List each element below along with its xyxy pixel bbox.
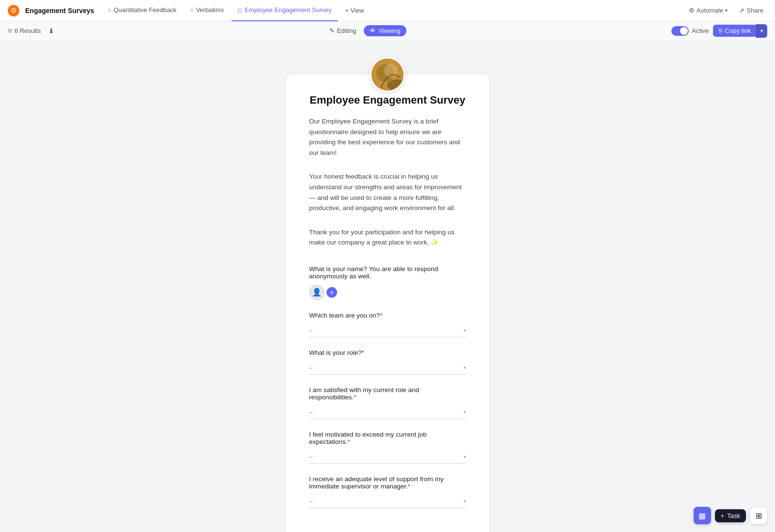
question-3: What is your role?* – ▾: [309, 349, 466, 375]
plus-icon: +: [330, 289, 334, 296]
role-dropdown-value: –: [309, 364, 313, 371]
question-5: I feel motivated to exceed my current jo…: [309, 431, 466, 464]
results-icon: ⊞: [8, 28, 12, 34]
automate-chevron-icon: ▾: [725, 8, 728, 13]
question-6: I receive an adequate level of support f…: [309, 475, 466, 508]
bottom-actions: ▦ + Task ⊞: [694, 507, 767, 524]
table-icon: ▦: [698, 511, 706, 520]
team-dropdown-value: –: [309, 327, 313, 334]
add-person-button[interactable]: +: [326, 287, 337, 298]
automate-icon: ⚙: [689, 7, 695, 14]
question-5-label: I feel motivated to exceed my current jo…: [309, 431, 466, 445]
results-count: 6 Results: [15, 27, 41, 34]
subtoolbar: ⊞ 6 Results ⬇ ✎ Editing 👁 Viewing Active…: [0, 21, 775, 41]
app-title: Engagement Surveys: [25, 7, 94, 15]
tab-icon: ≡: [190, 7, 193, 14]
person-avatar: 👤: [309, 285, 325, 300]
chevron-down-icon: ▾: [464, 454, 466, 459]
survey-description-2: Your honest feedback is crucial in helpi…: [309, 171, 466, 213]
plus-icon: +: [721, 512, 725, 519]
active-toggle: Active: [671, 26, 709, 36]
tab-label: Employee Engagement Survey: [245, 6, 331, 14]
active-label: Active: [692, 27, 709, 34]
required-marker: *: [362, 349, 364, 356]
survey-card: Employee Engagement Survey Our Employee …: [286, 75, 489, 532]
add-view-button[interactable]: + View: [340, 0, 370, 21]
app-logo: O: [8, 5, 19, 16]
copy-link-label: Copy link: [725, 27, 751, 34]
survey-avatar: [370, 57, 405, 92]
tab-icon: ◻: [237, 7, 242, 14]
separator-2: [309, 219, 466, 227]
main-content: Employee Engagement Survey Our Employee …: [0, 41, 775, 532]
people-picker[interactable]: 👤 +: [309, 285, 466, 300]
editing-label: Editing: [337, 27, 356, 34]
active-toggle-switch[interactable]: [671, 26, 689, 36]
chevron-down-icon: ▾: [464, 410, 466, 415]
required-marker: *: [354, 394, 356, 401]
spacer: [309, 254, 466, 265]
question-4-label: I am satisfied with my current role and …: [309, 386, 466, 401]
question-4: I am satisfied with my current role and …: [309, 386, 466, 419]
question-6-label: I receive an adequate level of support f…: [309, 475, 466, 490]
question-3-label: What is your role?*: [309, 349, 466, 356]
automate-button[interactable]: ⚙ Automate ▾: [685, 5, 732, 16]
question-2-label: Which team are you on?*: [309, 312, 466, 319]
tab-quantitative-feedback[interactable]: ≡ Quantitative Feedback: [102, 0, 182, 21]
survey-description-3: Thank you for your participation and for…: [309, 227, 466, 248]
satisfaction-dropdown[interactable]: – ▾: [309, 406, 466, 419]
share-label: Share: [746, 7, 763, 14]
task-button[interactable]: + Task: [715, 509, 746, 522]
role-dropdown[interactable]: – ▾: [309, 361, 466, 375]
survey-description-1: Our Employee Engagement Survey is a brie…: [309, 116, 466, 158]
tab-label: Quantitative Feedback: [113, 6, 176, 14]
avatar-image: [372, 59, 403, 91]
required-marker: *: [380, 312, 382, 319]
viewing-mode-button[interactable]: 👁 Viewing: [364, 25, 406, 36]
team-dropdown[interactable]: – ▾: [309, 324, 466, 337]
satisfaction-dropdown-value: –: [309, 409, 313, 416]
mode-toggle: ✎ Editing 👁 Viewing: [62, 25, 667, 36]
chevron-down-icon: ▾: [464, 499, 466, 504]
support-dropdown-value: –: [309, 498, 313, 505]
required-marker: *: [348, 438, 350, 445]
chevron-down-icon: ▾: [464, 365, 466, 370]
subtoolbar-right-actions: Active ⎘ Copy link ▾: [671, 24, 767, 38]
copy-link-button[interactable]: ⎘ Copy link: [713, 25, 757, 37]
separator-1: [309, 164, 466, 171]
grid-view-button[interactable]: ⊞: [750, 507, 767, 524]
task-label: Task: [727, 512, 740, 519]
top-navigation: O Engagement Surveys ≡ Quantitative Feed…: [0, 0, 775, 21]
download-icon: ⬇: [48, 27, 54, 35]
tab-employee-engagement-survey[interactable]: ◻ Employee Engagement Survey: [232, 0, 337, 21]
pencil-icon: ✎: [329, 27, 335, 34]
motivation-dropdown[interactable]: – ▾: [309, 450, 466, 464]
survey-title: Employee Engagement Survey: [309, 94, 466, 106]
chevron-down-icon: ▾: [464, 328, 466, 333]
tab-icon: ≡: [108, 7, 111, 14]
person-icon: 👤: [312, 288, 322, 297]
table-view-button[interactable]: ▦: [694, 507, 711, 524]
share-button[interactable]: ⇗ Share: [735, 5, 767, 16]
copy-link-chevron-button[interactable]: ▾: [756, 24, 767, 38]
support-dropdown[interactable]: – ▾: [309, 495, 466, 508]
share-icon: ⇗: [739, 7, 744, 14]
link-icon: ⎘: [719, 27, 723, 34]
download-button[interactable]: ⬇: [45, 24, 58, 38]
topnav-right-actions: ⚙ Automate ▾ ⇗ Share: [685, 5, 767, 16]
editing-mode-button[interactable]: ✎ Editing: [324, 25, 362, 36]
tab-label: Verbatims: [196, 6, 224, 14]
tab-verbatims[interactable]: ≡ Verbatims: [184, 0, 230, 21]
question-1: What is your name? You are able to respo…: [309, 265, 466, 300]
automate-label: Automate: [697, 7, 724, 14]
required-marker: *: [408, 483, 410, 490]
add-view-label: + View: [345, 7, 364, 14]
question-1-label: What is your name? You are able to respo…: [309, 265, 466, 280]
chevron-down-icon: ▾: [760, 28, 763, 33]
results-badge[interactable]: ⊞ 6 Results: [8, 27, 41, 34]
viewing-label: Viewing: [378, 27, 400, 34]
eye-icon: 👁: [370, 27, 376, 34]
motivation-dropdown-value: –: [309, 453, 313, 460]
grid-icon: ⊞: [756, 511, 762, 520]
question-2: Which team are you on?* – ▾: [309, 312, 466, 337]
